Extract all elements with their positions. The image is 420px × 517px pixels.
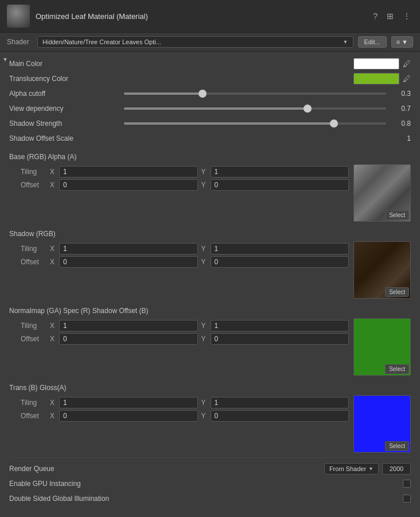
- texture-0-thumbnail[interactable]: Select: [353, 164, 411, 222]
- texture-2-section: Normalmap (GA) Spec (R) Shadow Offset (B…: [9, 303, 411, 376]
- shadow-strength-value: 0.8: [391, 119, 411, 128]
- view-dependency-slider-container: 0.7: [124, 105, 411, 113]
- list-icon: ≡ ▼: [396, 38, 408, 45]
- offset-3-x-input[interactable]: [59, 410, 198, 422]
- edit-button[interactable]: Edit...: [358, 36, 387, 48]
- offset-1-x-input[interactable]: [59, 256, 198, 268]
- offset-1-label: Offset: [21, 258, 46, 266]
- texture-0-offset-row: Offset X Y: [9, 179, 349, 191]
- shadow-offset-scale-value: 1: [391, 134, 411, 142]
- offset-2-y-input[interactable]: [211, 333, 349, 345]
- x-axis-2: X: [50, 322, 57, 330]
- shader-dropdown-arrow: ▼: [343, 39, 348, 45]
- oy-axis-2: Y: [201, 335, 208, 343]
- tiling-1-y-input[interactable]: [211, 243, 349, 254]
- ox-axis-0: X: [50, 181, 57, 189]
- tiling-2-y-input[interactable]: [211, 320, 349, 331]
- render-queue-controls: From Shader ▼ 2000: [324, 463, 411, 474]
- enable-gpu-checkbox[interactable]: [403, 480, 411, 488]
- shadow-strength-thumb[interactable]: [330, 119, 338, 128]
- material-preview-icon: [7, 5, 30, 28]
- more-icon[interactable]: ⋮: [400, 10, 413, 22]
- translucency-color-eyedropper[interactable]: 🖊: [403, 74, 411, 83]
- tiling-0-y-input[interactable]: [211, 166, 349, 178]
- render-queue-dropdown-value: From Shader: [329, 465, 366, 472]
- texture-1-name: Shadow (RGB): [9, 226, 411, 239]
- tiling-3-x-input[interactable]: [59, 397, 198, 408]
- texture-3-fields: Tiling X Y Offset X: [9, 395, 349, 453]
- texture-1-offset-row: Offset X Y: [9, 256, 349, 268]
- help-icon[interactable]: ?: [371, 10, 380, 22]
- translucency-color-swatch[interactable]: [353, 73, 399, 84]
- texture-0-select-button[interactable]: Select: [385, 210, 409, 220]
- render-queue-label: Render Queue: [9, 465, 324, 473]
- offset-3-y-input[interactable]: [211, 410, 349, 422]
- offset-0-label: Offset: [21, 181, 46, 189]
- y-axis-1: Y: [201, 245, 208, 253]
- main-color-eyedropper[interactable]: 🖊: [403, 59, 411, 68]
- translucency-color-row: Translucency Color 🖊: [9, 71, 411, 86]
- main-color-swatch[interactable]: [353, 58, 399, 70]
- view-dependency-label: View dependency: [9, 105, 124, 113]
- texture-3-thumbnail[interactable]: Select: [353, 395, 411, 453]
- view-dependency-value: 0.7: [391, 105, 411, 113]
- texture-2-select-button[interactable]: Select: [385, 364, 409, 374]
- render-queue-dropdown[interactable]: From Shader ▼: [324, 463, 379, 474]
- x-axis-3: X: [50, 399, 57, 407]
- texture-1-select-button[interactable]: Select: [385, 287, 409, 297]
- shadow-strength-label: Shadow Strength: [9, 119, 124, 128]
- texture-2-fields: Tiling X Y Offset X: [9, 318, 349, 376]
- texture-2-name: Normalmap (GA) Spec (R) Shadow Offset (B…: [9, 303, 411, 316]
- texture-0-container: Tiling X Y Offset X: [9, 164, 411, 222]
- texture-1-thumbnail[interactable]: Select: [353, 241, 411, 299]
- tiling-0-label: Tiling: [21, 168, 46, 176]
- shader-dropdown-value: Hidden/Nature/Tree Creator Leaves Opti..…: [42, 38, 161, 45]
- double-sided-row: Double Sided Global Illumination: [9, 491, 411, 506]
- texture-2-offset-row: Offset X Y: [9, 333, 349, 345]
- y-axis-0: Y: [201, 168, 208, 176]
- offset-3-x-group: X: [50, 410, 198, 422]
- enable-gpu-row: Enable GPU Instancing: [9, 476, 411, 491]
- offset-1-y-group: Y: [201, 256, 349, 268]
- texture-1-container: Tiling X Y Offset X: [9, 241, 411, 299]
- oy-axis-0: Y: [201, 181, 208, 189]
- tiling-2-x-input[interactable]: [59, 320, 198, 331]
- main-color-label: Main Color: [9, 60, 124, 68]
- alpha-cutoff-value: 0.3: [391, 90, 411, 98]
- shader-dropdown[interactable]: Hidden/Nature/Tree Creator Leaves Opti..…: [37, 36, 353, 48]
- texture-1-tiling-row: Tiling X Y: [9, 243, 349, 254]
- material-header: Optimized Leaf Material (Material) ? ⊞ ⋮: [0, 0, 420, 33]
- tiling-0-x-input[interactable]: [59, 166, 198, 178]
- texture-0-tiling-row: Tiling X Y: [9, 166, 349, 178]
- shadow-strength-row: Shadow Strength 0.8: [9, 116, 411, 131]
- tiling-1-x-input[interactable]: [59, 243, 198, 254]
- offset-1-y-input[interactable]: [211, 256, 349, 268]
- texture-3-offset-row: Offset X Y: [9, 410, 349, 422]
- material-title: Optimized Leaf Material (Material): [36, 12, 365, 21]
- offset-0-x-input[interactable]: [59, 179, 198, 191]
- settings-icon[interactable]: ⊞: [384, 10, 396, 22]
- shader-label: Shader: [7, 38, 33, 46]
- collapse-arrow[interactable]: ▼: [2, 56, 8, 63]
- y-axis-2: Y: [201, 322, 208, 330]
- y-axis-3: Y: [201, 399, 208, 407]
- alpha-cutoff-row: Alpha cutoff 0.3: [9, 86, 411, 101]
- double-sided-checkbox[interactable]: [403, 495, 411, 503]
- alpha-cutoff-thumb[interactable]: [199, 90, 207, 98]
- offset-2-x-input[interactable]: [59, 333, 198, 345]
- texture-3-tiling-row: Tiling X Y: [9, 397, 349, 408]
- double-sided-label: Double Sided Global Illumination: [9, 495, 403, 503]
- x-axis-0: X: [50, 168, 57, 176]
- view-dependency-thumb[interactable]: [304, 105, 312, 113]
- offset-3-label: Offset: [21, 412, 46, 420]
- texture-3-select-button[interactable]: Select: [385, 441, 409, 451]
- texture-2-thumbnail[interactable]: Select: [353, 318, 411, 376]
- offset-2-y-group: Y: [201, 333, 349, 345]
- render-queue-dropdown-arrow: ▼: [368, 466, 374, 472]
- list-icon-button[interactable]: ≡ ▼: [391, 36, 413, 48]
- texture-2-container: Tiling X Y Offset X: [9, 318, 411, 376]
- tiling-3-y-input[interactable]: [211, 397, 349, 408]
- offset-0-y-input[interactable]: [211, 179, 349, 191]
- shadow-offset-scale-label: Shadow Offset Scale: [9, 134, 124, 142]
- x-axis-1: X: [50, 245, 57, 253]
